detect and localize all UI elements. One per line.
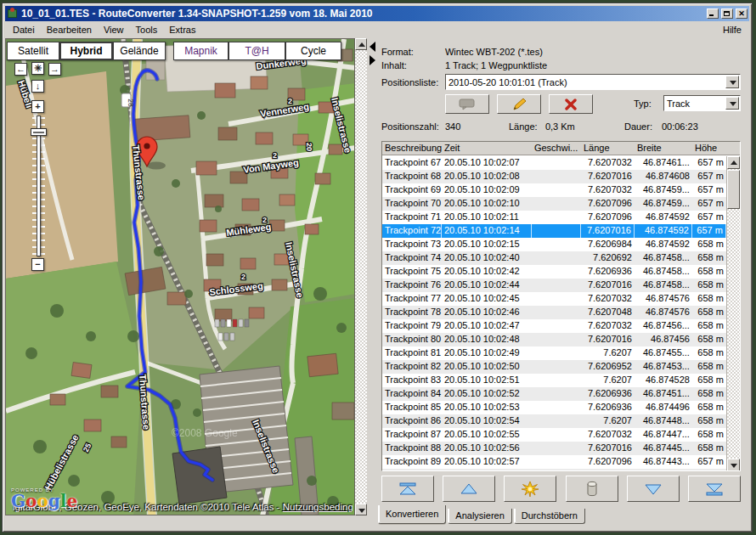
zoom-slider-handle[interactable]	[31, 128, 47, 136]
cell-lon: 7.6207032	[581, 319, 635, 333]
column-header-laenge[interactable]: Länge	[581, 142, 635, 155]
move-down-button[interactable]	[627, 476, 680, 502]
table-row[interactable]: Trackpoint 7520.05.10 10:02:427.62069364…	[382, 265, 726, 279]
column-header-zeit[interactable]: Zeit	[442, 142, 532, 155]
type-combobox[interactable]: Track	[663, 95, 741, 111]
table-row[interactable]: Trackpoint 7020.05.10 10:02:107.62070964…	[382, 197, 726, 211]
maximize-icon	[724, 11, 730, 16]
column-header-geschwindigkeit[interactable]: Geschwi...	[532, 142, 581, 155]
position-list-dropdown-button[interactable]	[725, 76, 739, 88]
pan-right-button[interactable]: →	[48, 63, 61, 76]
menu-bearbeiten[interactable]: Bearbeiten	[41, 23, 98, 37]
cell-time: 20.05.10 10:02:44	[442, 279, 532, 292]
table-row[interactable]: Trackpoint 6920.05.10 10:02:097.62070324…	[382, 183, 726, 197]
split-divider[interactable]	[367, 38, 378, 524]
table-row[interactable]: Trackpoint 8720.05.10 10:02:557.62070324…	[382, 428, 726, 442]
column-header-beschreibung[interactable]: Beschreibung	[382, 142, 442, 155]
cell-time: 20.05.10 10:02:49	[442, 346, 532, 360]
road-number-badge: 28	[127, 99, 135, 107]
layer-gelaende[interactable]: Gelände	[113, 42, 166, 60]
menu-datei[interactable]: Datei	[7, 23, 41, 37]
table-row[interactable]: Trackpoint 8820.05.10 10:02:567.62070164…	[382, 442, 726, 455]
table-row[interactable]: Trackpoint 8920.05.10 10:02:577.62070964…	[382, 455, 726, 469]
type-dropdown-button[interactable]	[725, 97, 739, 110]
chevron-down-icon	[730, 102, 736, 106]
position-list-combobox[interactable]: 2010-05-20 10:01:01 (Track)	[445, 74, 741, 90]
terms-link[interactable]: Nutzungsbedingungen	[283, 502, 353, 512]
minimize-button[interactable]	[707, 8, 719, 19]
menu-hilfe[interactable]: Hilfe	[717, 23, 748, 37]
table-row[interactable]: Trackpoint 8220.05.10 10:02:507.62069524…	[382, 360, 726, 374]
imagery-watermark: ©2008 Google	[172, 427, 238, 439]
cell-alt: 657 m	[692, 170, 726, 183]
collapse-left-icon[interactable]	[370, 42, 375, 52]
pan-left-button[interactable]: ←	[14, 63, 27, 76]
table-row[interactable]: Trackpoint 8120.05.10 10:02:497.620746.8…	[382, 346, 726, 360]
delete-position-button[interactable]	[566, 476, 618, 502]
column-header-hoehe[interactable]: Höhe	[692, 142, 726, 155]
menu-tools[interactable]: Tools	[130, 23, 164, 37]
bottom-tabs: Konvertieren Analysieren Durchstöbern	[378, 504, 587, 524]
table-row[interactable]: Trackpoint 8620.05.10 10:02:547.620746.8…	[382, 414, 726, 428]
zoom-out-button[interactable]: −	[31, 258, 44, 271]
table-row[interactable]: Trackpoint 7820.05.10 10:02:467.62070484…	[382, 306, 726, 319]
cell-time: 20.05.10 10:02:10	[442, 197, 532, 211]
pan-center-icon: ✳	[34, 63, 42, 73]
map-view[interactable]: Hübeli 28 Dunkerweg Vennerweg Inselistra…	[5, 38, 355, 515]
layer-cycle[interactable]: Cycle	[285, 42, 341, 60]
tab-analysieren[interactable]: Analysieren	[448, 509, 511, 524]
table-row[interactable]: Trackpoint 8020.05.10 10:02:487.62070164…	[382, 333, 726, 346]
table-row[interactable]: Trackpoint 8520.05.10 10:02:537.62069364…	[382, 401, 726, 414]
rename-button[interactable]	[497, 94, 541, 114]
tab-durchstoebern[interactable]: Durchstöbern	[514, 509, 585, 524]
table-row[interactable]: Trackpoint 8320.05.10 10:02:517.620746.8…	[382, 374, 726, 387]
table-scroll-up-button[interactable]	[727, 156, 740, 169]
table-scroll-down-button[interactable]	[727, 459, 740, 471]
table-row[interactable]: Trackpoint 7220.05.10 10:02:147.62070164…	[382, 224, 726, 238]
house-number: 2	[262, 216, 267, 224]
add-position-button[interactable]	[504, 476, 556, 502]
cell-lat: 46.87461...	[635, 156, 692, 170]
close-button[interactable]: ✕	[736, 8, 748, 19]
menu-extras[interactable]: Extras	[163, 23, 201, 37]
collapse-right-icon[interactable]	[370, 55, 375, 65]
table-row[interactable]: Trackpoint 6820.05.10 10:02:087.62070164…	[382, 170, 726, 183]
cell-time: 20.05.10 10:02:47	[442, 319, 532, 333]
layer-tah[interactable]: T@H	[228, 42, 285, 60]
pan-center-button[interactable]: ✳	[31, 62, 44, 75]
table-scroll-thumb[interactable]	[727, 170, 740, 209]
zoom-slider-track[interactable]	[37, 115, 41, 256]
move-up-button[interactable]	[443, 476, 495, 502]
table-row[interactable]: Trackpoint 7320.05.10 10:02:157.62069844…	[382, 238, 726, 251]
pan-down-button[interactable]: ↓	[31, 80, 44, 93]
map-scroll-down-button[interactable]	[355, 504, 367, 515]
move-to-top-button[interactable]	[381, 476, 434, 502]
layer-mapnik[interactable]: Mapnik	[173, 42, 228, 60]
cell-alt: 657 m	[692, 183, 726, 197]
table-row[interactable]: Trackpoint 6720.05.10 10:02:077.62070324…	[382, 156, 726, 170]
cell-speed	[532, 279, 581, 292]
google-logo[interactable]: POWERED BY Google	[11, 487, 77, 510]
layer-hybrid[interactable]: Hybrid	[59, 42, 113, 60]
table-row[interactable]: Trackpoint 7420.05.10 10:02:407.62069246…	[382, 251, 726, 265]
cell-lat: 46.874576	[635, 306, 692, 319]
comment-button[interactable]	[445, 94, 489, 114]
layer-satellit[interactable]: Satellit	[7, 42, 59, 60]
maximize-button[interactable]	[721, 8, 733, 19]
table-row[interactable]: Trackpoint 7920.05.10 10:02:477.62070324…	[382, 319, 726, 333]
table-row[interactable]: Trackpoint 9020.05.10 10:02:587.62071124…	[382, 469, 726, 471]
map-scrollbar[interactable]	[355, 38, 367, 515]
map-scroll-up-button[interactable]	[355, 38, 367, 50]
zoom-in-button[interactable]: +	[31, 100, 44, 113]
table-row[interactable]: Trackpoint 7120.05.10 10:02:117.62070964…	[382, 211, 726, 224]
move-to-bottom-button[interactable]	[688, 476, 741, 502]
column-header-breite[interactable]: Breite	[635, 142, 692, 155]
delete-list-button[interactable]	[549, 94, 593, 114]
title-bar[interactable]: 10_01_01.TES - RouteConverter 1.34-SNAPS…	[5, 6, 749, 21]
menu-view[interactable]: View	[98, 23, 130, 37]
table-row[interactable]: Trackpoint 7720.05.10 10:02:457.62070324…	[382, 292, 726, 306]
table-row[interactable]: Trackpoint 7620.05.10 10:02:447.62070164…	[382, 279, 726, 292]
table-scrollbar[interactable]	[726, 156, 740, 471]
tab-konvertieren[interactable]: Konvertieren	[378, 505, 446, 524]
table-row[interactable]: Trackpoint 8420.05.10 10:02:527.62069364…	[382, 387, 726, 401]
